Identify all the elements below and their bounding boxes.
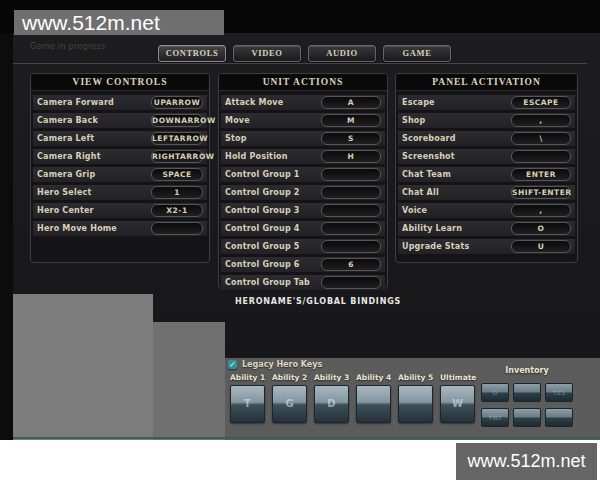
binding-label: Camera Forward — [37, 98, 114, 107]
binding-label: Screenshot — [402, 152, 455, 161]
binding-row: Control Group 4 — [221, 221, 385, 236]
binding-label: Camera Right — [37, 152, 101, 161]
binding-label: Attack Move — [225, 98, 283, 107]
key-button[interactable] — [321, 222, 381, 235]
key-button[interactable]: SHIFT-ENTER — [511, 186, 571, 199]
key-button[interactable]: 6 — [321, 258, 381, 271]
key-button[interactable]: SPACE — [151, 168, 203, 181]
key-button[interactable] — [151, 222, 203, 235]
ability-key-button[interactable] — [398, 385, 433, 423]
inventory-key-button[interactable]: TZ1 — [545, 383, 573, 402]
settings-screenshot: Game in progress CONTROLS VIDEO AUDIO GA… — [0, 0, 600, 480]
key-button[interactable]: DOWNARROW — [151, 114, 203, 127]
bottom-accent-line — [13, 437, 600, 439]
key-button[interactable] — [321, 276, 381, 289]
inventory-key-button[interactable]: O — [481, 383, 509, 402]
inventory-key-button[interactable] — [545, 408, 573, 427]
legacy-hero-keys-label: Legacy Hero Keys — [242, 360, 322, 369]
binding-label: Control Group 4 — [225, 224, 300, 233]
panel-title: VIEW CONTROLS — [31, 74, 209, 91]
binding-row: Camera LeftLEFTARROW — [33, 131, 207, 146]
watermark-bottom-right: www.512m.net — [456, 443, 597, 480]
binding-label: Scoreboard — [402, 134, 456, 143]
key-button[interactable]: S — [321, 132, 381, 145]
panel-unit-actions: UNIT ACTIONS Attack MoveA MoveM StopS Ho… — [218, 73, 388, 289]
key-button[interactable]: H — [321, 150, 381, 163]
binding-row: StopS — [221, 131, 385, 146]
panel-view-controls: VIEW CONTROLS Camera ForwardUPARROW Came… — [30, 73, 210, 263]
inventory-key-button[interactable] — [513, 383, 541, 402]
ability-label: Ability 4 — [356, 373, 391, 382]
binding-label: Camera Left — [37, 134, 94, 143]
legacy-hero-keys-option: ✓ Legacy Hero Keys — [228, 360, 322, 369]
ability-key-button[interactable]: W — [440, 385, 475, 423]
binding-rows: EscapeESCAPE Shop, Scoreboard\ Screensho… — [396, 91, 577, 254]
binding-row: Control Group 66 — [221, 257, 385, 272]
binding-label: Control Group 6 — [225, 260, 300, 269]
ability-label: Ability 3 — [314, 373, 349, 382]
ability-bindings: Ability 1 T Ability 2 G Ability 3 D Abil… — [230, 373, 475, 423]
ability-slot-ultimate: Ultimate W — [440, 373, 475, 423]
binding-label: Chat Team — [402, 170, 451, 179]
binding-rows: Camera ForwardUPARROW Camera BackDOWNARR… — [31, 91, 209, 236]
key-button[interactable]: O — [511, 222, 571, 235]
binding-row: Control Group Tab — [221, 275, 385, 290]
key-button[interactable]: , — [511, 204, 571, 217]
key-button[interactable]: X2-1 — [151, 204, 203, 217]
key-button[interactable] — [321, 240, 381, 253]
binding-row: Scoreboard\ — [398, 131, 575, 146]
key-button[interactable]: LEFTARROW — [151, 132, 203, 145]
ability-key-button[interactable] — [356, 385, 391, 423]
key-button[interactable]: RIGHTARROW — [151, 150, 203, 163]
key-button[interactable]: U — [511, 240, 571, 253]
binding-label: Control Group 2 — [225, 188, 300, 197]
key-button[interactable] — [321, 168, 381, 181]
binding-row: Camera GripSPACE — [33, 167, 207, 182]
censored-block-left — [13, 294, 153, 440]
ability-key-button[interactable]: G — [272, 385, 307, 423]
inventory-title: Inventory — [481, 366, 573, 375]
binding-row: Hero CenterX2-1 — [33, 203, 207, 218]
watermark-top-left: www.512m.net — [14, 10, 224, 35]
ability-key-button[interactable]: D — [314, 385, 349, 423]
inventory-key-button[interactable]: TN2 — [481, 408, 509, 427]
binding-label: Chat All — [402, 188, 439, 197]
ability-key-button[interactable]: T — [230, 385, 265, 423]
key-button[interactable] — [511, 150, 571, 163]
binding-label: Shop — [402, 116, 425, 125]
tab-video[interactable]: VIDEO — [233, 45, 301, 62]
tab-audio[interactable]: AUDIO — [308, 45, 376, 62]
key-button[interactable]: M — [321, 114, 381, 127]
binding-label: Control Group 1 — [225, 170, 300, 179]
key-button[interactable]: , — [511, 114, 571, 127]
key-button[interactable]: ENTER — [511, 168, 571, 181]
binding-label: Control Group 5 — [225, 242, 300, 251]
key-button[interactable] — [321, 204, 381, 217]
binding-label: Hold Position — [225, 152, 288, 161]
binding-row: Hold PositionH — [221, 149, 385, 164]
key-button[interactable]: A — [321, 96, 381, 109]
binding-row: Hero Select1 — [33, 185, 207, 200]
binding-row: Control Group 3 — [221, 203, 385, 218]
binding-label: Voice — [402, 206, 427, 215]
inventory-key-button[interactable] — [513, 408, 541, 427]
inventory-bindings: Inventory O TZ1 TN2 — [481, 366, 573, 427]
inventory-grid: O TZ1 TN2 — [481, 383, 573, 427]
binding-label: Hero Center — [37, 206, 94, 215]
key-button[interactable] — [321, 186, 381, 199]
key-button[interactable]: UPARROW — [151, 96, 203, 109]
legacy-hero-keys-checkbox[interactable]: ✓ — [228, 360, 237, 369]
censored-block-middle — [153, 322, 225, 440]
ability-slot-4: Ability 4 — [356, 373, 391, 423]
key-button[interactable]: ESCAPE — [511, 96, 571, 109]
binding-row: Attack MoveA — [221, 95, 385, 110]
ability-label: Ability 2 — [272, 373, 307, 382]
key-button[interactable]: 1 — [151, 186, 203, 199]
tab-game[interactable]: GAME — [383, 45, 451, 62]
key-button[interactable]: \ — [511, 132, 571, 145]
tab-controls[interactable]: CONTROLS — [158, 45, 226, 62]
binding-label: Ability Learn — [402, 224, 462, 233]
binding-label: Escape — [402, 98, 435, 107]
binding-row: Control Group 1 — [221, 167, 385, 182]
binding-row: Shop, — [398, 113, 575, 128]
